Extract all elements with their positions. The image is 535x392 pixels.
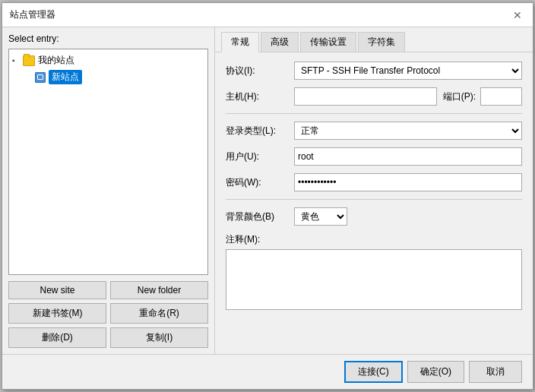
port-input[interactable] [480, 87, 522, 106]
ok-button[interactable]: 确定(O) [407, 361, 464, 383]
tab-content-general: 协议(I): SFTP - SSH File Transfer Protocol… [215, 52, 533, 354]
dialog-body: Select entry: ▪ 我的站点 新站点 [2, 27, 533, 354]
dialog-footer: 连接(C) 确定(O) 取消 [2, 354, 533, 389]
host-input[interactable] [294, 87, 437, 106]
password-label: 密码(W): [226, 176, 294, 189]
connect-button[interactable]: 连接(C) [344, 361, 403, 383]
new-folder-button[interactable]: New folder [110, 281, 208, 299]
right-panel: 常规 高级 传输设置 字符集 协议(I): SFTP - SSH File Tr… [215, 27, 533, 354]
tree-root-item[interactable]: ▪ 我的站点 [12, 52, 204, 68]
separator-2 [226, 199, 522, 200]
bg-color-select[interactable]: 黄色 无 红色 绿色 蓝色 [294, 207, 347, 226]
cancel-button[interactable]: 取消 [469, 361, 522, 383]
rename-button[interactable]: 重命名(R) [110, 303, 208, 324]
tree-child-label: 新站点 [49, 70, 82, 84]
site-manager-dialog: 站点管理器 ✕ Select entry: ▪ 我的站点 新站点 [2, 2, 533, 390]
login-type-select[interactable]: 正常 匿名 询问密码 [294, 122, 522, 140]
note-label: 注释(M): [226, 233, 294, 246]
tree-root-label: 我的站点 [38, 54, 74, 67]
delete-button[interactable]: 删除(D) [8, 327, 106, 348]
note-row: 注释(M): [226, 233, 522, 310]
protocol-select[interactable]: SFTP - SSH File Transfer Protocol FTP - … [294, 62, 522, 80]
tab-charset[interactable]: 字符集 [358, 32, 405, 52]
port-label: 端口(P): [443, 90, 476, 103]
new-site-button[interactable]: New site [8, 281, 106, 299]
site-icon [35, 72, 46, 83]
bg-color-row: 背景颜色(B) 黄色 无 红色 绿色 蓝色 [226, 207, 522, 226]
user-label: 用户(U): [226, 150, 294, 163]
copy-button[interactable]: 复制(I) [110, 327, 208, 348]
close-button[interactable]: ✕ [510, 8, 525, 23]
protocol-label: 协议(I): [226, 65, 294, 77]
note-textarea[interactable] [226, 249, 522, 310]
user-row: 用户(U): [226, 147, 522, 166]
tab-advanced[interactable]: 高级 [261, 32, 299, 52]
left-buttons: New site New folder 新建书签(M) 重命名(R) 删除(D)… [8, 281, 208, 348]
tabs: 常规 高级 传输设置 字符集 [215, 27, 533, 52]
dialog-title: 站点管理器 [10, 8, 55, 21]
password-input[interactable] [294, 173, 522, 191]
tree-area[interactable]: ▪ 我的站点 新站点 [8, 49, 208, 275]
protocol-row: 协议(I): SFTP - SSH File Transfer Protocol… [226, 62, 522, 80]
tab-general[interactable]: 常规 [221, 32, 259, 52]
login-type-label: 登录类型(L): [226, 125, 294, 138]
tree-child-item[interactable]: 新站点 [24, 68, 204, 86]
user-input[interactable] [294, 147, 522, 166]
new-bookmark-button[interactable]: 新建书签(M) [8, 303, 106, 324]
separator-1 [226, 113, 522, 114]
host-row: 主机(H): 端口(P): [226, 87, 522, 106]
tab-transfer[interactable]: 传输设置 [300, 32, 356, 52]
select-entry-label: Select entry: [8, 33, 208, 44]
host-label: 主机(H): [226, 90, 294, 103]
password-row: 密码(W): [226, 173, 522, 191]
tree-children: 新站点 [24, 68, 204, 86]
bg-color-label: 背景颜色(B) [226, 210, 294, 223]
title-bar: 站点管理器 ✕ [2, 3, 533, 27]
left-panel: Select entry: ▪ 我的站点 新站点 [2, 27, 215, 354]
folder-icon [23, 55, 35, 66]
login-type-row: 登录类型(L): 正常 匿名 询问密码 [226, 122, 522, 140]
tree-expand-icon: ▪ [12, 56, 23, 65]
